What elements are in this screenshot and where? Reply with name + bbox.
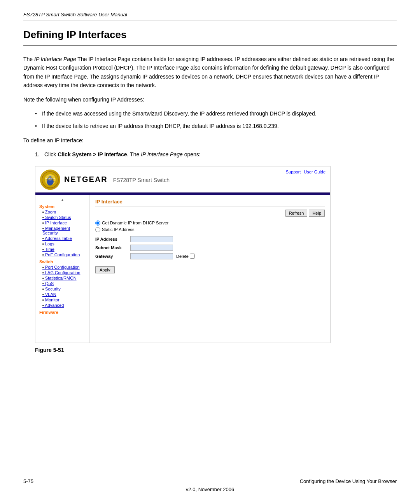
note-line: Note the following when configuring IP A… — [23, 95, 397, 104]
radio-dhcp-row: Get Dynamic IP from DHCP Server — [95, 220, 325, 226]
refresh-button[interactable]: Refresh — [285, 210, 308, 217]
sidebar-item-ip-interface[interactable]: IP Interface — [39, 220, 86, 225]
subnet-mask-input[interactable] — [130, 245, 173, 251]
delete-label-text: Delete — [176, 254, 189, 259]
manual-header: FS728TP Smart Switch Software User Manua… — [23, 12, 397, 18]
netgear-brand-name: NETGEAR — [64, 175, 108, 184]
intro-paragraph: The IP Interface Page The IP Interface P… — [23, 55, 397, 90]
header-rule — [23, 21, 397, 21]
userguide-link[interactable]: User Guide — [304, 170, 326, 174]
subnet-mask-label: Subnet Mask — [95, 245, 130, 250]
gateway-input[interactable] — [130, 253, 173, 259]
subnet-mask-row: Subnet Mask — [95, 245, 325, 251]
sidebar-item-zoom[interactable]: Zoom — [39, 210, 86, 214]
ng-top-links: Support User Guide — [286, 170, 326, 174]
gateway-row: Gateway Delete — [95, 253, 325, 259]
sidebar-item-vlan[interactable]: VLAN — [39, 292, 86, 297]
switch-section-label: Switch — [39, 259, 86, 264]
sidebar-item-statistics[interactable]: Statistics/RMON — [39, 276, 86, 280]
sidebar-item-logs[interactable]: Logs — [39, 242, 86, 246]
step1-suffix: . The — [127, 151, 140, 158]
system-section-label: System — [39, 204, 86, 209]
ip-address-input[interactable] — [130, 236, 173, 242]
intro-text: The IP Interface Page contains fields fo… — [23, 56, 394, 88]
figure-caption: Figure 5-51 — [35, 347, 397, 353]
step-num: 1. — [35, 150, 40, 159]
delete-checkbox[interactable] — [190, 254, 195, 259]
scroll-indicator: ▲ — [39, 198, 86, 202]
step-1: 1. Click Click System > IP Interface. Th… — [35, 150, 397, 159]
sidebar-item-address-table[interactable]: Address Table — [39, 236, 86, 241]
footer-content: 5-75 Configuring the Device Using Your B… — [23, 478, 397, 484]
to-define-text: To define an IP interface: — [23, 136, 397, 145]
page-footer: 5-75 Configuring the Device Using Your B… — [23, 475, 397, 492]
steps-list: 1. Click Click System > IP Interface. Th… — [35, 150, 397, 159]
footer-right: Configuring the Device Using Your Browse… — [300, 478, 397, 484]
radio-dhcp[interactable] — [95, 220, 100, 226]
sidebar-item-lag-config[interactable]: LAG Configuration — [39, 270, 86, 275]
ng-model: FS728TP Smart Switch — [113, 177, 170, 183]
footer-version: v2.0, November 2006 — [186, 486, 234, 492]
radio-dhcp-label: Get Dynamic IP from DHCP Server — [102, 220, 168, 225]
ip-interface-italic: IP Interface Page — [34, 56, 76, 62]
ng-content: IP Interface Refresh Help Get Dynamic IP… — [90, 195, 330, 343]
netgear-logo: NETGEAR — [40, 170, 60, 190]
sidebar-item-monitor[interactable]: Monitor — [39, 298, 86, 302]
ng-main: ▲ System Zoom Switch Status IP Interface… — [35, 195, 330, 343]
bullet-item-2: If the device fails to retrieve an IP ad… — [35, 122, 397, 130]
ng-sidebar: ▲ System Zoom Switch Status IP Interface… — [35, 195, 90, 343]
bullet-item-1: If the device was accessed using the Sma… — [35, 109, 397, 118]
step1-text: Click Click System > IP Interface. The I… — [44, 151, 201, 158]
support-link[interactable]: Support — [286, 170, 301, 174]
radio-static[interactable] — [95, 227, 100, 232]
footer-rule — [23, 475, 397, 475]
bullet-list: If the device was accessed using the Sma… — [35, 109, 397, 131]
sidebar-item-switch-status[interactable]: Switch Status — [39, 215, 86, 220]
radio-static-row: Static IP Address — [95, 227, 325, 232]
step1-bold: Click System > IP Interface — [58, 151, 127, 158]
sidebar-item-qos[interactable]: QoS — [39, 281, 86, 286]
delete-row: Delete — [176, 254, 195, 259]
radio-static-label: Static IP Address — [102, 227, 135, 232]
title-rule — [23, 46, 397, 46]
gateway-label: Gateway — [95, 254, 130, 259]
page-container: FS728TP Smart Switch Software User Manua… — [0, 0, 420, 504]
chapter-title: Defining IP Interfaces — [23, 29, 397, 41]
step1-end: opens: — [184, 151, 201, 158]
step1-italic: IP Interface Page — [141, 151, 183, 158]
sidebar-item-advanced[interactable]: Advanced — [39, 303, 86, 308]
ng-buttons: Refresh Help — [95, 210, 325, 217]
help-button[interactable]: Help — [309, 210, 325, 217]
footer-center: v2.0, November 2006 — [23, 486, 397, 492]
firmware-section-label: Firmware — [39, 310, 86, 315]
sidebar-item-management-security[interactable]: Management Security — [39, 226, 86, 235]
sidebar-item-time[interactable]: Time — [39, 247, 86, 252]
screenshot-box: NETGEAR NETGEAR FS728TP Smart Switch Sup… — [35, 166, 331, 343]
apply-button[interactable]: Apply — [95, 266, 115, 273]
ng-brand: NETGEAR FS728TP Smart Switch — [64, 175, 286, 184]
sidebar-item-poe-config[interactable]: PoE Configuration — [39, 252, 86, 257]
page-number: 5-75 — [23, 478, 33, 484]
ng-header: NETGEAR NETGEAR FS728TP Smart Switch Sup… — [35, 166, 330, 192]
ip-address-row: IP Address — [95, 236, 325, 242]
sidebar-item-security[interactable]: Security — [39, 287, 86, 291]
sidebar-item-port-config[interactable]: Port Configuration — [39, 265, 86, 270]
content-title: IP Interface — [95, 199, 325, 206]
ip-address-label: IP Address — [95, 237, 130, 242]
